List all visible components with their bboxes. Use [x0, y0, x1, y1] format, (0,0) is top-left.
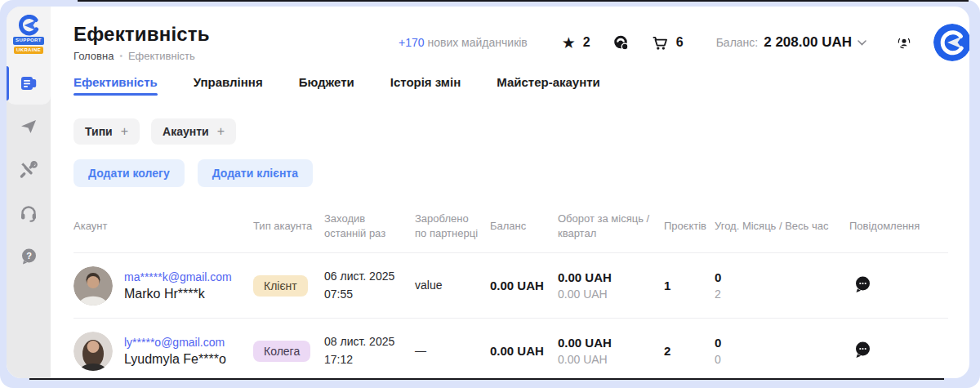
question-bubble-icon: ?: [19, 247, 38, 266]
sidebar-item-send[interactable]: [7, 105, 51, 148]
table-header: Акаунт Тип акаунта Заходив останній раз …: [74, 205, 948, 253]
partner-earned-cell: —: [415, 342, 490, 360]
col-account-type: Тип акаунта: [253, 219, 324, 234]
sidebar-top-panel: SUPPORT UKRAINE: [7, 7, 51, 105]
account-email[interactable]: ma*****k@gmail.com: [124, 270, 232, 283]
account-cell: ma*****k@gmail.com Marko Hr****k: [74, 266, 253, 305]
sidebar-nav: ?: [7, 105, 51, 278]
deals-all-time: 2: [715, 288, 849, 301]
col-turnover: Оборот за місяць / квартал: [558, 212, 664, 241]
cart-icon: [651, 34, 669, 51]
col-last-visit: Заходив останній раз: [324, 212, 415, 241]
sidebar-item-tools[interactable]: [7, 148, 51, 191]
sidebar-item-feed[interactable]: [7, 62, 51, 105]
last-visit-date: 06 лист. 2025: [324, 268, 415, 286]
col-partner-earned: Зароблено по партнерці: [415, 212, 490, 241]
projects-cell: 1: [664, 279, 715, 292]
tab-master-accounts[interactable]: Майстер-акаунти: [497, 75, 600, 99]
filter-accounts[interactable]: Акаунти +: [151, 118, 236, 145]
logo-badge-support: SUPPORT: [13, 37, 44, 44]
cart-counter[interactable]: 6: [651, 34, 684, 51]
title-block: Ефективність Головна • Ефективність: [74, 23, 399, 62]
breadcrumb-home[interactable]: Головна: [74, 50, 114, 62]
svg-text:?: ?: [26, 251, 32, 261]
messages-cell: [849, 340, 948, 363]
avatar: [74, 332, 113, 371]
account-email[interactable]: ly*****o@gmail.com: [124, 336, 226, 349]
window-frame: SUPPORT UKRAINE: [0, 0, 980, 388]
favorites-counter[interactable]: ★ 2: [562, 35, 590, 51]
chat-bubble-icon: [853, 340, 872, 359]
account-name: Lyudmyla Fe****o: [124, 352, 226, 367]
turnover-cell: 0.00 UAH 0.00 UAH: [558, 336, 664, 366]
balance-label: Баланс:: [716, 36, 759, 49]
account-name: Marko Hr****k: [124, 287, 232, 301]
message-button[interactable]: [853, 340, 872, 359]
voice-notification-icon: [896, 34, 912, 51]
balance-selector[interactable]: Баланс: 2 208.00 UAH: [716, 34, 866, 51]
filter-bar: Типи + Акаунти +: [74, 118, 948, 145]
partner-earned-cell: value: [415, 277, 490, 295]
add-colleague-button[interactable]: Додати колегу: [74, 159, 185, 187]
turnover-quarter: 0.00 UAH: [558, 288, 664, 301]
account-identity: ma*****k@gmail.com Marko Hr****k: [124, 270, 232, 301]
chevron-down-icon: [858, 40, 866, 46]
headset-chat-icon: [612, 33, 630, 51]
col-account: Акаунт: [74, 219, 253, 234]
tab-management[interactable]: Управління: [194, 75, 263, 99]
turnover-month: 0.00 UAH: [558, 270, 664, 284]
account-avatar-logo[interactable]: [933, 24, 969, 61]
breadcrumb-current: Ефективність: [128, 50, 195, 62]
turnover-cell: 0.00 UAH 0.00 UAH: [558, 270, 664, 301]
tab-change-history[interactable]: Історія змін: [390, 75, 461, 99]
new-platforms-count: +170: [399, 36, 425, 49]
app-window: SUPPORT UKRAINE: [7, 7, 969, 378]
new-platforms-label: нових майданчиків: [427, 36, 527, 49]
accounts-table: Акаунт Тип акаунта Заходив останній раз …: [74, 205, 948, 378]
last-visit-time: 17:12: [324, 351, 415, 369]
col-messages: Повідомлення: [849, 219, 948, 234]
window-top-edge: [78, 0, 969, 2]
notification-button[interactable]: [896, 34, 912, 51]
table-row[interactable]: ly*****o@gmail.com Lyudmyla Fe****o Коле…: [74, 319, 948, 378]
sidebar-item-support[interactable]: [7, 191, 51, 234]
avatar: [74, 266, 113, 305]
balance-cell: 0.00 UAH: [490, 344, 558, 358]
window-bottom-edge: [29, 378, 944, 380]
add-client-button[interactable]: Додати клієнта: [198, 159, 313, 187]
table-row[interactable]: ma*****k@gmail.com Marko Hr****k Клієнт …: [74, 253, 948, 319]
message-button[interactable]: [853, 274, 872, 294]
deals-month: 0: [715, 336, 849, 350]
deals-cell: 0 2: [715, 270, 849, 301]
deals-cell: 0 0: [715, 336, 849, 366]
plus-icon: +: [217, 124, 225, 139]
cart-count: 6: [676, 35, 684, 50]
new-platforms-counter[interactable]: +170 нових майданчиків: [399, 36, 528, 49]
last-visit-cell: 08 лист. 2025 17:12: [324, 333, 415, 368]
last-visit-date: 08 лист. 2025: [324, 333, 415, 351]
type-badge: Клієнт: [253, 275, 308, 297]
deals-month: 0: [715, 270, 849, 284]
filter-types-label: Типи: [85, 125, 113, 138]
type-badge: Колега: [253, 341, 310, 362]
last-visit-time: 07:55: [324, 286, 415, 304]
projects-cell: 2: [664, 344, 715, 358]
support-chat-button[interactable]: [612, 33, 630, 51]
deals-all-time: 0: [715, 353, 849, 366]
turnover-quarter: 0.00 UAH: [558, 353, 664, 366]
sidebar-item-help[interactable]: ?: [7, 234, 51, 278]
breadcrumb-separator: •: [119, 51, 122, 60]
tab-budgets[interactable]: Бюджети: [299, 75, 354, 99]
chat-bubble-icon: [853, 274, 872, 294]
main-content: Ефективність Головна • Ефективність +170…: [51, 7, 969, 378]
account-cell: ly*****o@gmail.com Lyudmyla Fe****o: [74, 332, 253, 371]
tab-bar: Ефективність Управління Бюджети Історія …: [74, 75, 948, 99]
favorites-count: 2: [583, 35, 590, 50]
account-type-cell: Колега: [253, 341, 324, 362]
app-logo: SUPPORT UKRAINE: [7, 7, 51, 62]
filter-types[interactable]: Типи +: [74, 118, 140, 145]
sidebar: SUPPORT UKRAINE: [7, 7, 51, 378]
tab-effectiveness[interactable]: Ефективність: [74, 75, 158, 99]
company-logo-icon: [18, 15, 39, 36]
star-icon: ★: [562, 35, 576, 51]
